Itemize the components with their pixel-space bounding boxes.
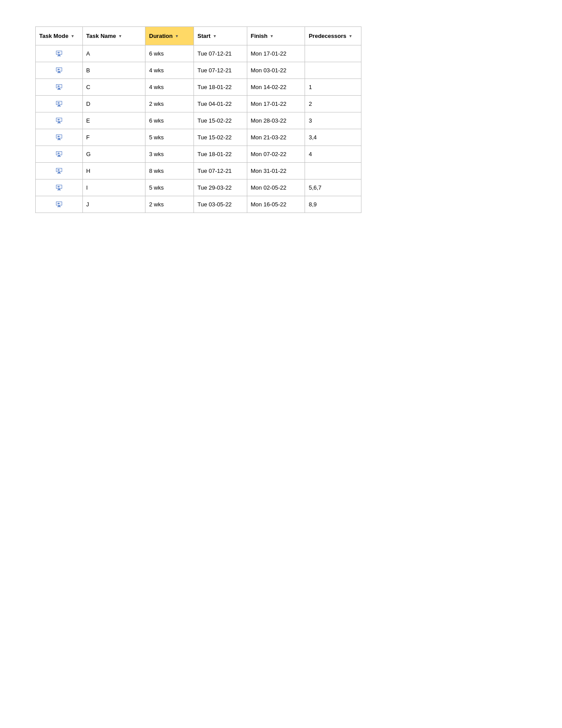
col-header-task-mode[interactable]: Task Mode ▼ [36,27,83,45]
finish-cell: Mon 21-03-22 [247,129,305,146]
start-cell: Tue 04-01-22 [194,96,247,112]
predecessors-cell: 8,9 [305,196,361,213]
task-mode-icon [39,83,79,91]
task-mode-cell [36,196,83,213]
start-cell: Tue 18-01-22 [194,79,247,96]
table-row: I5 wksTue 29-03-22Mon 02-05-225,6,7 [36,179,361,196]
task-mode-icon [39,117,79,125]
svg-rect-38 [58,205,60,206]
predecessors-cell [305,62,361,79]
finish-cell: Mon 03-01-22 [247,62,305,79]
start-cell: Tue 07-12-21 [194,45,247,62]
svg-rect-23 [57,139,61,140]
svg-rect-39 [57,206,61,207]
col-header-finish-label: Finish [251,33,268,39]
task-mode-icon [39,67,79,75]
col-header-predecessors-label: Predecessors [309,33,346,39]
table-row: J2 wksTue 03-05-22Mon 16-05-228,9 [36,196,361,213]
svg-rect-6 [58,71,60,72]
col-header-duration-arrow[interactable]: ▼ [175,34,179,38]
col-header-task-name-arrow[interactable]: ▼ [118,34,122,38]
task-name-cell: E [82,112,145,129]
table-row: G3 wksTue 18-01-22Mon 07-02-224 [36,146,361,163]
col-header-predecessors-arrow[interactable]: ▼ [349,34,353,38]
task-name-cell: F [82,129,145,146]
col-header-start[interactable]: Start ▼ [194,27,247,45]
col-header-finish[interactable]: Finish ▼ [247,27,305,45]
finish-cell: Mon 07-02-22 [247,146,305,163]
duration-cell: 5 wks [145,179,194,196]
start-cell: Tue 18-01-22 [194,146,247,163]
duration-cell: 4 wks [145,62,194,79]
finish-cell: Mon 02-05-22 [247,179,305,196]
task-mode-icon [39,100,79,108]
predecessors-cell: 2 [305,96,361,112]
svg-rect-30 [58,172,60,173]
finish-cell: Mon 17-01-22 [247,45,305,62]
col-header-finish-arrow[interactable]: ▼ [270,34,274,38]
task-mode-cell [36,112,83,129]
task-mode-icon [39,134,79,142]
duration-cell: 2 wks [145,96,194,112]
predecessors-cell: 4 [305,146,361,163]
finish-cell: Mon 17-01-22 [247,96,305,112]
svg-rect-3 [57,56,61,56]
table-row: D2 wksTue 04-01-22Mon 17-01-222 [36,96,361,112]
task-name-cell: C [82,79,145,96]
svg-rect-15 [57,106,61,107]
duration-cell: 4 wks [145,79,194,96]
task-mode-icon [39,50,79,58]
task-name-cell: B [82,62,145,79]
task-mode-cell [36,62,83,79]
table-header-row: Task Mode ▼ Task Name ▼ Duration ▼ [36,27,361,45]
finish-cell: Mon 28-03-22 [247,112,305,129]
col-header-task-name[interactable]: Task Name ▼ [82,27,145,45]
svg-rect-35 [57,190,61,190]
task-name-cell: D [82,96,145,112]
page-container: Task Mode ▼ Task Name ▼ Duration ▼ [0,0,562,239]
task-mode-cell [36,146,83,163]
task-mode-cell [36,129,83,146]
task-mode-icon [39,201,79,209]
task-mode-cell [36,96,83,112]
col-header-duration-label: Duration [149,33,172,39]
start-cell: Tue 15-02-22 [194,129,247,146]
col-header-predecessors[interactable]: Predecessors ▼ [305,27,361,45]
task-name-cell: I [82,179,145,196]
svg-rect-27 [57,156,61,157]
table-row: A6 wksTue 07-12-21Mon 17-01-22 [36,45,361,62]
predecessors-cell: 3 [305,112,361,129]
task-table: Task Mode ▼ Task Name ▼ Duration ▼ [35,26,361,213]
start-cell: Tue 03-05-22 [194,196,247,213]
predecessors-cell: 1 [305,79,361,96]
task-mode-cell [36,45,83,62]
col-header-start-arrow[interactable]: ▼ [213,34,217,38]
svg-rect-22 [58,138,60,139]
col-header-task-mode-arrow[interactable]: ▼ [71,34,74,38]
col-header-task-name-label: Task Name [86,33,116,39]
predecessors-cell: 5,6,7 [305,179,361,196]
task-name-cell: H [82,163,145,179]
col-header-task-mode-label: Task Mode [39,33,68,39]
svg-rect-34 [58,189,60,190]
svg-rect-26 [58,155,60,156]
start-cell: Tue 15-02-22 [194,112,247,129]
svg-rect-7 [57,72,61,73]
task-name-cell: G [82,146,145,163]
table-row: C4 wksTue 18-01-22Mon 14-02-221 [36,79,361,96]
finish-cell: Mon 31-01-22 [247,163,305,179]
svg-rect-11 [57,89,61,90]
col-header-duration[interactable]: Duration ▼ [145,27,194,45]
svg-rect-14 [58,105,60,106]
predecessors-cell: 3,4 [305,129,361,146]
finish-cell: Mon 16-05-22 [247,196,305,213]
table-row: B4 wksTue 07-12-21Mon 03-01-22 [36,62,361,79]
task-name-cell: J [82,196,145,213]
start-cell: Tue 07-12-21 [194,163,247,179]
start-cell: Tue 07-12-21 [194,62,247,79]
task-mode-cell [36,179,83,196]
duration-cell: 8 wks [145,163,194,179]
svg-rect-2 [58,55,60,56]
col-header-start-label: Start [197,33,211,39]
svg-rect-31 [57,173,61,174]
